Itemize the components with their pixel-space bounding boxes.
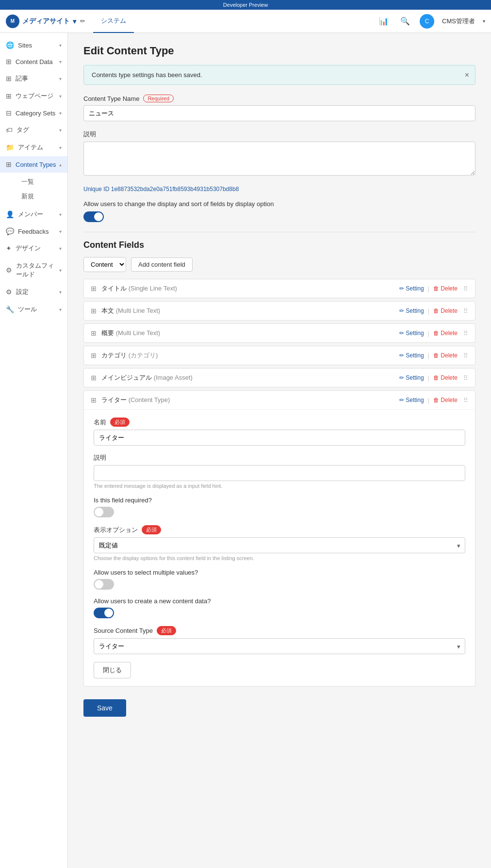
sidebar-item-content-data[interactable]: ⊞Content Data ▾ — [0, 53, 67, 70]
add-content-field-button[interactable]: Add content field — [131, 257, 193, 272]
sidebar-item-custom-fields[interactable]: ⚙カスタムフィールド ▾ — [0, 257, 67, 283]
category-sets-icon: ⊟ — [6, 109, 12, 117]
setting-button[interactable]: ✏ Setting — [399, 330, 424, 337]
main-content: Edit Content Type Contents type settings… — [68, 33, 491, 868]
separator — [83, 232, 475, 232]
sidebar-item-articles[interactable]: ⊞記事 ▾ — [0, 70, 67, 87]
setting-button[interactable]: ✏ Setting — [399, 352, 424, 359]
sites-icon: 🌐 — [6, 41, 14, 49]
field-required-toggle[interactable] — [94, 507, 114, 517]
setting-button[interactable]: ✏ Setting — [399, 307, 424, 314]
sidebar-item-content-types[interactable]: ⊞Content Types ▴ — [0, 156, 67, 173]
content-type-name-group: Content Type Name Required — [83, 95, 475, 121]
delete-button[interactable]: 🗑 Delete — [433, 374, 458, 381]
field-required-label: Is this field required? — [94, 497, 465, 504]
delete-button[interactable]: 🗑 Delete — [433, 285, 458, 292]
sidebar-item-members[interactable]: 👤メンバー ▾ — [0, 206, 67, 223]
drag-icon[interactable]: ⠿ — [463, 352, 468, 359]
source-content-type-select[interactable]: ライター — [94, 638, 465, 654]
layout: 🌐Sites ▾ ⊞Content Data ▾ ⊞記事 ▾ ⊞ウェブページ ▾… — [0, 33, 491, 868]
setting-button[interactable]: ✏ Setting — [399, 285, 424, 292]
setting-button[interactable]: ✏ Setting — [399, 374, 424, 381]
create-new-toggle[interactable] — [94, 608, 114, 618]
chevron-icon: ▾ — [59, 94, 62, 99]
writer-name-input[interactable] — [94, 430, 465, 446]
tags-icon: 🏷 — [6, 126, 13, 134]
sidebar-item-settings[interactable]: ⚙設定 ▾ — [0, 283, 67, 301]
sidebar-sub-list[interactable]: 一覧 — [16, 175, 67, 189]
edit-icon[interactable]: ✏ — [80, 17, 85, 25]
description-textarea[interactable] — [83, 142, 475, 176]
field-icon: ⊞ — [91, 396, 97, 404]
display-toggle[interactable] — [83, 211, 104, 222]
save-button[interactable]: Save — [83, 699, 126, 717]
drag-icon[interactable]: ⠿ — [463, 307, 468, 315]
sidebar-item-sites[interactable]: 🌐Sites ▾ — [0, 37, 67, 53]
logo[interactable]: M メディアサイト ▾ — [6, 15, 76, 28]
field-name: ライター (Content Type) — [101, 396, 399, 404]
field-expanded-writer: ⊞ ライター (Content Type) ✏ Setting | 🗑 Dele… — [83, 390, 475, 687]
writer-name-group: 名前 必須 — [94, 418, 465, 446]
content-dropdown[interactable]: Content — [83, 257, 126, 272]
content-type-name-input[interactable] — [83, 105, 475, 121]
logo-dropdown-icon: ▾ — [73, 17, 76, 25]
alert-close-button[interactable]: × — [465, 71, 469, 80]
chevron-icon: ▾ — [59, 268, 62, 273]
sidebar-item-design[interactable]: ✦デザイン ▾ — [0, 240, 67, 257]
multiple-values-group: Allow users to select multiple values? — [94, 569, 465, 590]
writer-desc-input[interactable] — [94, 465, 465, 481]
field-icon: ⊞ — [91, 307, 97, 315]
sidebar-sub-new[interactable]: 新規 — [16, 189, 67, 204]
writer-desc-label: 説明 — [94, 453, 465, 462]
top-bar: Developer Preview — [0, 0, 491, 10]
display-option-select[interactable]: 既定値 — [94, 537, 465, 553]
setting-button[interactable]: ✏ Setting — [399, 397, 424, 403]
items-icon: 📁 — [6, 144, 14, 151]
content-types-icon: ⊞ — [6, 161, 12, 168]
drag-icon[interactable]: ⠿ — [463, 397, 468, 404]
field-actions: ✏ Setting | 🗑 Delete ⠿ — [399, 285, 468, 292]
chevron-icon: ▾ — [59, 43, 62, 48]
multiple-values-label: Allow users to select multiple values? — [94, 569, 465, 576]
delete-button[interactable]: 🗑 Delete — [433, 330, 458, 337]
logo-icon: M — [6, 15, 19, 28]
sidebar-item-category-sets[interactable]: ⊟Category Sets ▾ — [0, 105, 67, 121]
sidebar-item-items[interactable]: 📁アイテム ▾ — [0, 139, 67, 156]
chevron-icon: ▾ — [59, 111, 62, 116]
field-expanded-body: 名前 必須 説明 The entered message is displaye… — [84, 410, 475, 686]
drag-icon[interactable]: ⠿ — [463, 330, 468, 337]
field-required-group: Is this field required? — [94, 497, 465, 517]
required-badge-filled: 必須 — [157, 626, 176, 635]
drag-icon[interactable]: ⠿ — [463, 374, 468, 382]
field-icon: ⊞ — [91, 285, 97, 292]
required-badge-filled: 必須 — [110, 418, 130, 427]
sidebar-item-tools[interactable]: 🔧ツール ▾ — [0, 301, 67, 318]
logo-text: メディアサイト — [22, 17, 70, 26]
source-content-type-select-wrapper: ライター — [94, 638, 465, 654]
field-name: メインビジュアル (Image Asset) — [101, 373, 399, 382]
field-row-visual: ⊞ メインビジュアル (Image Asset) ✏ Setting | 🗑 D… — [83, 368, 475, 387]
sidebar-item-feedbacks[interactable]: 💬Feedbacks ▾ — [0, 223, 67, 240]
user-dropdown-icon[interactable]: ▾ — [483, 18, 485, 24]
chevron-icon: ▾ — [59, 128, 62, 133]
delete-button[interactable]: 🗑 Delete — [433, 397, 458, 403]
content-fields-title: Content Fields — [83, 240, 475, 250]
multiple-values-toggle[interactable] — [94, 579, 114, 590]
avatar: C — [420, 14, 434, 29]
sidebar-item-tags[interactable]: 🏷タグ ▾ — [0, 121, 67, 139]
alert-message: Contents type settings has been saved. — [92, 71, 202, 79]
drag-icon[interactable]: ⠿ — [463, 285, 468, 292]
chart-icon[interactable]: 📊 — [377, 15, 391, 28]
search-icon[interactable]: 🔍 — [398, 15, 412, 28]
source-content-type-group: Source Content Type 必須 ライター — [94, 626, 465, 654]
create-new-label: Allow users to create a new content data… — [94, 597, 465, 605]
display-option-label: 表示オプション 必須 — [94, 525, 465, 534]
sidebar-item-webpages[interactable]: ⊞ウェブページ ▾ — [0, 87, 67, 105]
close-button[interactable]: 閉じる — [94, 662, 131, 678]
required-badge-filled: 必須 — [142, 525, 161, 534]
field-row-title: ⊞ タイトル (Single Line Text) ✏ Setting | 🗑 … — [83, 279, 475, 298]
tab-system[interactable]: システム — [93, 10, 134, 33]
design-icon: ✦ — [6, 244, 12, 252]
delete-button[interactable]: 🗑 Delete — [433, 352, 458, 359]
delete-button[interactable]: 🗑 Delete — [433, 307, 458, 314]
